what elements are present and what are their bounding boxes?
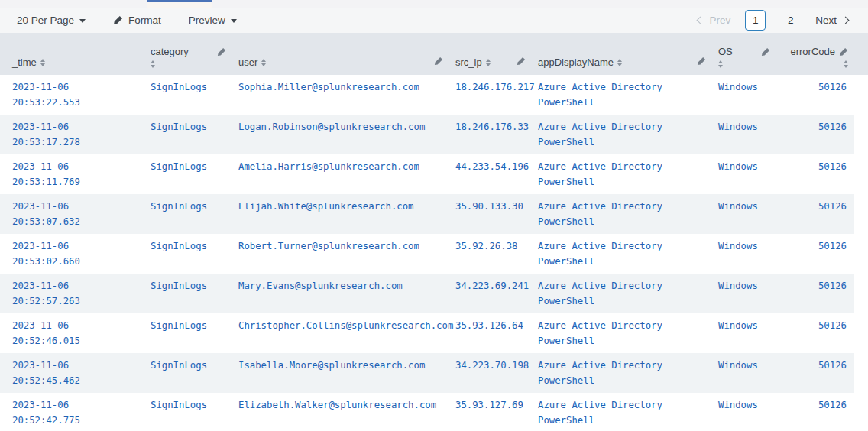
- column-label: user: [238, 57, 257, 68]
- cell-src_ip[interactable]: 44.233.54.196: [449, 154, 532, 194]
- chevron-left-icon: [697, 17, 704, 24]
- results-toolbar: 20 Per Page Format Preview Prev 1 2 Next: [0, 8, 868, 33]
- pagination: Prev 1 2 Next: [698, 10, 848, 31]
- cell-src_ip[interactable]: 18.246.176.217: [449, 75, 532, 115]
- preview-dropdown[interactable]: Preview: [189, 15, 237, 26]
- edit-column-pencil-icon[interactable]: [697, 57, 706, 66]
- cell-category[interactable]: SignInLogs: [144, 393, 232, 431]
- cell-user[interactable]: Isabella.Moore@splunkresearch.com: [232, 353, 449, 393]
- table-row: 2023-11-06 20:52:57.263SignInLogsMary.Ev…: [0, 274, 854, 313]
- column-header-src_ip[interactable]: src_ip: [449, 33, 532, 75]
- cell-user[interactable]: Sophia.Miller@splunkresearch.com: [232, 75, 449, 115]
- active-tab-underline[interactable]: [147, 0, 212, 8]
- column-header-_time[interactable]: _time: [0, 33, 144, 75]
- cell-src_ip[interactable]: 18.246.176.33: [449, 115, 532, 154]
- edit-column-pencil-icon[interactable]: [839, 47, 848, 57]
- cell-_time[interactable]: 2023-11-06 20:52:45.462: [0, 353, 144, 393]
- cell-errorCode[interactable]: 50126: [776, 194, 854, 234]
- column-header-appDisplayName[interactable]: appDisplayName: [532, 33, 712, 75]
- cell-errorCode[interactable]: 50126: [776, 154, 854, 194]
- cell-user[interactable]: Mary.Evans@splunkresearch.com: [232, 274, 449, 313]
- cell-src_ip[interactable]: 35.93.126.64: [449, 313, 532, 353]
- per-page-label: 20 Per Page: [17, 15, 74, 26]
- cell-errorCode[interactable]: 50126: [776, 353, 854, 393]
- cell-src_ip[interactable]: 35.92.26.38: [449, 234, 532, 274]
- edit-column-pencil-icon[interactable]: [517, 57, 526, 66]
- cell-_time[interactable]: 2023-11-06 20:53:07.632: [0, 194, 144, 234]
- cell-appDisplayName[interactable]: Azure Active Directory PowerShell: [532, 234, 712, 274]
- cell-OS[interactable]: Windows: [712, 313, 776, 353]
- cell-src_ip[interactable]: 35.90.133.30: [449, 194, 532, 234]
- cell-src_ip[interactable]: 34.223.70.198: [449, 353, 532, 393]
- cell-OS[interactable]: Windows: [712, 194, 776, 234]
- column-label: appDisplayName: [538, 57, 614, 68]
- cell-_time[interactable]: 2023-11-06 20:52:46.015: [0, 313, 144, 353]
- pagination-page-1[interactable]: 1: [745, 10, 766, 31]
- table-row: 2023-11-06 20:52:42.775SignInLogsElizabe…: [0, 393, 854, 431]
- sort-arrows-icon: [617, 59, 622, 66]
- cell-OS[interactable]: Windows: [712, 393, 776, 431]
- cell-_time[interactable]: 2023-11-06 20:52:57.263: [0, 274, 144, 313]
- chevron-right-icon: [842, 17, 850, 24]
- prev-label: Prev: [709, 15, 730, 26]
- cell-category[interactable]: SignInLogs: [144, 313, 232, 353]
- cell-category[interactable]: SignInLogs: [144, 353, 232, 393]
- cell-OS[interactable]: Windows: [712, 234, 776, 274]
- column-label: _time: [12, 57, 37, 68]
- cell-OS[interactable]: Windows: [712, 154, 776, 194]
- cell-_time[interactable]: 2023-11-06 20:53:17.278: [0, 115, 144, 154]
- cell-category[interactable]: SignInLogs: [144, 75, 232, 115]
- column-header-category[interactable]: category: [144, 33, 232, 75]
- cell-user[interactable]: Elijah.White@splunkresearch.com: [232, 194, 449, 234]
- cell-OS[interactable]: Windows: [712, 353, 776, 393]
- cell-appDisplayName[interactable]: Azure Active Directory PowerShell: [532, 353, 712, 393]
- cell-category[interactable]: SignInLogs: [144, 154, 232, 194]
- cell-user[interactable]: Christopher.Collins@splunkresearch.com: [232, 313, 449, 353]
- tab-strip: [0, 0, 868, 8]
- cell-category[interactable]: SignInLogs: [144, 274, 232, 313]
- cell-errorCode[interactable]: 50126: [776, 234, 854, 274]
- table-row: 2023-11-06 20:53:07.632SignInLogsElijah.…: [0, 194, 854, 234]
- cell-user[interactable]: Amelia.Harris@splunkresearch.com: [232, 154, 449, 194]
- cell-OS[interactable]: Windows: [712, 75, 776, 115]
- cell-errorCode[interactable]: 50126: [776, 274, 854, 313]
- cell-appDisplayName[interactable]: Azure Active Directory PowerShell: [532, 75, 712, 115]
- cell-user[interactable]: Logan.Robinson@splunkresearch.com: [232, 115, 449, 154]
- cell-appDisplayName[interactable]: Azure Active Directory PowerShell: [532, 393, 712, 431]
- cell-errorCode[interactable]: 50126: [776, 115, 854, 154]
- cell-category[interactable]: SignInLogs: [144, 234, 232, 274]
- cell-appDisplayName[interactable]: Azure Active Directory PowerShell: [532, 115, 712, 154]
- cell-errorCode[interactable]: 50126: [776, 393, 854, 431]
- column-header-user[interactable]: user: [232, 33, 449, 75]
- cell-category[interactable]: SignInLogs: [144, 115, 232, 154]
- cell-_time[interactable]: 2023-11-06 20:53:02.660: [0, 234, 144, 274]
- cell-_time[interactable]: 2023-11-06 20:53:11.769: [0, 154, 144, 194]
- per-page-dropdown[interactable]: 20 Per Page: [17, 15, 86, 26]
- edit-column-pencil-icon[interactable]: [761, 47, 770, 57]
- cell-appDisplayName[interactable]: Azure Active Directory PowerShell: [532, 194, 712, 234]
- cell-src_ip[interactable]: 34.223.69.241: [449, 274, 532, 313]
- cell-user[interactable]: Robert.Turner@splunkresearch.com: [232, 234, 449, 274]
- pagination-page-2[interactable]: 2: [780, 10, 801, 31]
- column-header-errorCode[interactable]: errorCode: [776, 33, 854, 75]
- edit-column-pencil-icon[interactable]: [217, 47, 226, 57]
- cell-appDisplayName[interactable]: Azure Active Directory PowerShell: [532, 274, 712, 313]
- cell-category[interactable]: SignInLogs: [144, 194, 232, 234]
- cell-user[interactable]: Elizabeth.Walker@splunkresearch.com: [232, 393, 449, 431]
- chevron-down-icon: [231, 19, 237, 23]
- prev-page-button[interactable]: Prev: [698, 15, 730, 26]
- cell-errorCode[interactable]: 50126: [776, 75, 854, 115]
- column-header-OS[interactable]: OS: [712, 33, 776, 75]
- next-page-button[interactable]: Next: [815, 15, 848, 26]
- format-button[interactable]: Format: [113, 15, 161, 26]
- cell-_time[interactable]: 2023-11-06 20:53:22.553: [0, 75, 144, 115]
- cell-src_ip[interactable]: 35.93.127.69: [449, 393, 532, 431]
- cell-errorCode[interactable]: 50126: [776, 313, 854, 353]
- cell-appDisplayName[interactable]: Azure Active Directory PowerShell: [532, 154, 712, 194]
- cell-OS[interactable]: Windows: [712, 274, 776, 313]
- cell-OS[interactable]: Windows: [712, 115, 776, 154]
- edit-column-pencil-icon[interactable]: [434, 57, 443, 66]
- sort-arrows-icon: [40, 59, 45, 66]
- cell-appDisplayName[interactable]: Azure Active Directory PowerShell: [532, 313, 712, 353]
- cell-_time[interactable]: 2023-11-06 20:52:42.775: [0, 393, 144, 431]
